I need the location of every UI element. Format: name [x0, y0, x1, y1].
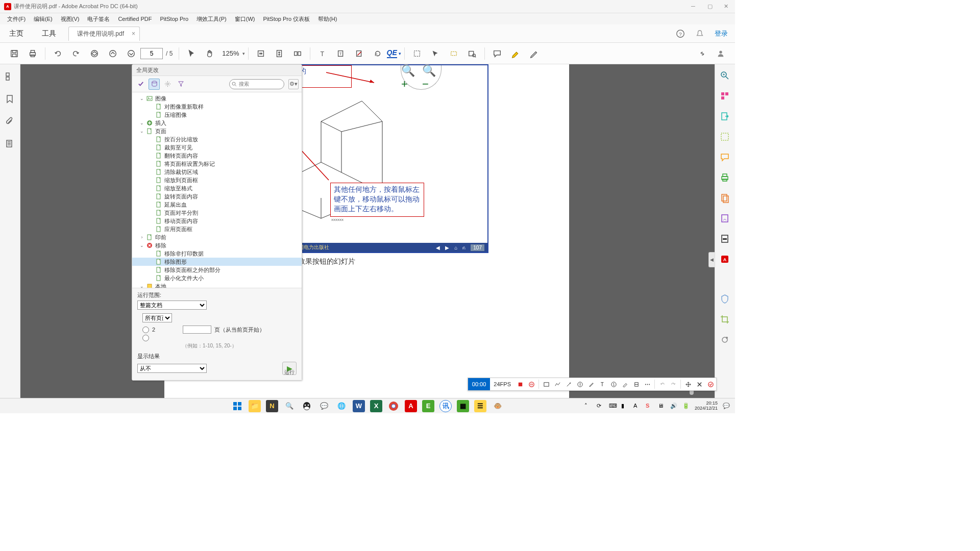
qq-icon[interactable] [301, 400, 313, 412]
thumbnails-icon[interactable] [5, 71, 16, 83]
pages-select[interactable]: 所有页面 [142, 313, 172, 322]
attachments-icon[interactable] [5, 116, 16, 128]
rotate-icon[interactable] [371, 46, 385, 61]
document-viewport[interactable]: 现动画播放区域内的 片放大和缩小。 🔍+ 🔍− [20, 64, 715, 401]
tree-node[interactable]: 移除页面框之外的部分 [132, 266, 302, 274]
tree-node[interactable]: 缩放到页面框 [132, 176, 302, 184]
recorder-circle-icon[interactable] [574, 379, 585, 390]
search-taskbar-icon[interactable]: 🔍 [283, 400, 296, 412]
recorder-rect-icon[interactable] [541, 379, 552, 390]
hand-icon[interactable] [203, 46, 217, 61]
redo-icon[interactable] [69, 46, 83, 61]
bookmark-icon[interactable] [5, 94, 16, 105]
show-result-select[interactable]: 从不 [137, 364, 207, 373]
recorder-polyline-icon[interactable] [552, 379, 563, 390]
create-pdf-icon[interactable] [720, 91, 731, 102]
fit-page-icon[interactable] [272, 46, 286, 61]
app-icon[interactable]: 🐵 [492, 400, 504, 412]
recorder-number-icon[interactable]: 1 [608, 379, 619, 390]
arrow-tool-icon[interactable] [428, 46, 443, 61]
tray-notifications-icon[interactable]: 💬 [723, 403, 730, 410]
evernote-icon[interactable]: E [422, 400, 434, 412]
tree-node[interactable]: ›印前 [132, 233, 302, 241]
tree-node[interactable]: 移除非打印数据 [132, 249, 302, 258]
wechat-icon[interactable]: 💬 [318, 400, 330, 412]
menu-view[interactable]: 视图(V) [57, 14, 84, 24]
tree-node[interactable]: 移动页面内容 [132, 217, 302, 225]
page-list-radio[interactable] [142, 335, 149, 341]
recorder-undo-icon[interactable] [656, 379, 668, 390]
explorer-icon[interactable]: 📁 [249, 400, 261, 412]
tree-node[interactable]: 裁剪至可见 [132, 143, 302, 152]
menu-plugins[interactable]: 增效工具(P) [192, 14, 231, 24]
redact-tool-icon[interactable] [720, 234, 731, 245]
recorder-arrow-icon[interactable] [563, 379, 574, 390]
tree-node[interactable]: 将页面框设置为标记 [132, 160, 302, 168]
window-minimize-button[interactable]: ─ [691, 3, 698, 10]
highlight-icon[interactable] [508, 46, 523, 61]
tree-node[interactable]: ⌄插入 [132, 119, 302, 127]
tray-sync-icon[interactable]: ⟳ [597, 403, 604, 410]
notes-app-icon[interactable]: N [266, 400, 278, 412]
tree-node[interactable]: ⌄图像 [132, 94, 302, 103]
recorder-stop-button[interactable] [514, 379, 526, 390]
select-objects-icon[interactable] [410, 46, 424, 61]
view-mode-icon[interactable] [290, 46, 305, 61]
menu-window[interactable]: 窗口(W) [231, 14, 259, 24]
app-icon[interactable]: ☰ [474, 400, 486, 412]
recorder-more-icon[interactable] [642, 379, 653, 390]
tray-wps-icon[interactable]: S [646, 403, 653, 410]
panel-settings-icon[interactable] [162, 79, 173, 90]
comment-tool-icon[interactable] [720, 152, 731, 163]
marquee-icon[interactable] [447, 46, 461, 61]
tree-node[interactable]: 应用页面框 [132, 225, 302, 233]
tree-node[interactable]: 对图像重新取样 [132, 103, 302, 111]
panel-approve-icon[interactable] [135, 79, 146, 90]
redact-icon[interactable] [352, 46, 366, 61]
zoom-level[interactable]: 125% [219, 49, 242, 57]
protect-tool-icon[interactable] [720, 294, 731, 305]
tree-toggle-icon[interactable]: ⌄ [139, 284, 144, 288]
recorder-pause-button[interactable] [526, 379, 537, 390]
save-icon[interactable] [7, 46, 21, 61]
adobe-tool-icon[interactable]: A [720, 254, 731, 265]
run-scope-select[interactable]: 整篇文档 [137, 300, 207, 310]
acrobat-icon[interactable]: A [405, 400, 417, 412]
panel-filter-icon[interactable] [175, 79, 186, 90]
more-tools-icon[interactable] [720, 335, 731, 346]
page-down-icon[interactable] [124, 46, 138, 61]
tab-tools[interactable]: 工具 [33, 24, 65, 42]
pen-icon[interactable] [527, 46, 541, 61]
recorder-close-button[interactable] [694, 379, 705, 390]
tree-node[interactable]: 旋转页面内容 [132, 192, 302, 201]
quick-edit-label[interactable]: QE [387, 48, 397, 58]
vertical-scrollbar[interactable] [689, 64, 694, 401]
tree-node[interactable]: 翻转页面内容 [132, 152, 302, 160]
browser-icon[interactable]: 🌐 [335, 400, 348, 412]
tree-node[interactable]: 延展出血 [132, 201, 302, 209]
window-close-button[interactable]: ✕ [724, 3, 731, 10]
close-tab-button[interactable]: × [132, 30, 135, 37]
recorder-text-icon[interactable]: T [597, 379, 608, 390]
word-icon[interactable]: W [353, 400, 365, 412]
tree-node[interactable]: ⌄本地 [132, 282, 302, 288]
pointer-icon[interactable] [184, 46, 199, 61]
tray-font-icon[interactable]: A [633, 403, 641, 410]
print-icon[interactable] [26, 46, 40, 61]
taskbar-clock[interactable]: 20:15 2024/12/21 [695, 401, 718, 411]
page-up-icon[interactable] [106, 46, 120, 61]
edit-pdf-icon[interactable] [720, 132, 731, 143]
tree-node[interactable]: 移除图形 [132, 258, 302, 266]
menu-help[interactable]: 帮助(H) [314, 14, 341, 24]
layers-icon[interactable] [5, 139, 16, 150]
recorder-highlight-icon[interactable] [619, 379, 630, 390]
screen-recorder-toolbar[interactable]: 00:00 24FPS T 1 [468, 378, 717, 391]
crop-tool-icon[interactable] [720, 314, 731, 325]
recorder-redo-icon[interactable] [668, 379, 679, 390]
tray-bookmark-icon[interactable]: ▮ [621, 403, 628, 410]
tree-node[interactable]: ⌄移除 [132, 241, 302, 249]
panel-search-input[interactable] [229, 79, 284, 89]
print-tool-icon[interactable] [720, 172, 731, 184]
account-icon[interactable] [714, 46, 728, 61]
menu-edit[interactable]: 编辑(E) [30, 14, 57, 24]
